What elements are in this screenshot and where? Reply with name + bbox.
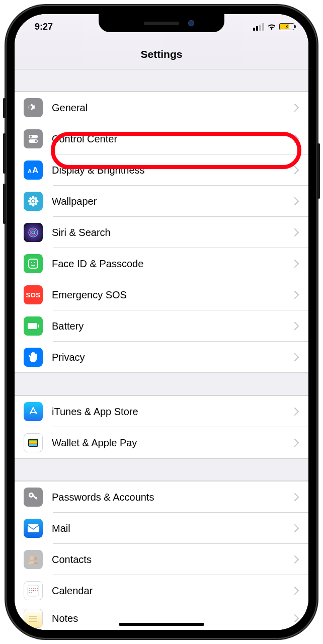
cell-emergency-sos[interactable]: SOS Emergency SOS [15,279,308,310]
svg-point-19 [31,262,32,263]
chevron-right-icon [294,260,299,268]
chevron-right-icon [294,524,299,532]
svg-point-37 [31,588,32,589]
wifi-icon [267,23,276,30]
svg-point-17 [32,231,35,234]
home-indicator[interactable] [119,623,204,626]
svg-point-1 [30,135,32,137]
svg-point-39 [35,588,36,589]
wallet-icon [24,433,43,452]
cellular-signal-icon [253,23,264,31]
cell-label: Battery [52,320,294,332]
cell-calendar[interactable]: Calendar [15,575,308,606]
svg-point-46 [29,592,30,593]
cell-control-center[interactable]: Control Center [15,123,308,154]
svg-rect-18 [29,259,38,268]
chevron-right-icon [294,614,299,622]
svg-text:A: A [32,166,38,175]
svg-point-36 [29,588,30,589]
settings-group: iTunes & App Store Wallet & Apple Pay [15,395,308,459]
svg-point-8 [32,203,35,207]
flower-icon [24,192,43,211]
chevron-right-icon [294,587,299,595]
cell-label: Calendar [52,585,294,597]
text-size-icon: AA [24,160,43,180]
cell-itunes-appstore[interactable]: iTunes & App Store [15,396,308,427]
chevron-right-icon [294,353,299,361]
svg-rect-21 [28,323,37,329]
status-time: 9:27 [35,22,53,32]
cell-label: iTunes & App Store [52,406,294,418]
group-spacer [15,373,308,395]
battery-icon [24,316,43,336]
volume-up-button [3,133,6,174]
cell-display-brightness[interactable]: AA Display & Brightness [15,154,308,186]
svg-point-3 [35,140,37,142]
chevron-right-icon [294,104,299,112]
cell-battery[interactable]: Battery [15,310,308,342]
svg-point-6 [32,200,35,203]
cell-contacts[interactable]: Contacts [15,544,308,575]
volume-down-button [3,184,6,224]
settings-group: Passwords & Accounts Mail Cont [15,481,308,630]
battery-icon: ⚡︎ [279,23,294,30]
svg-point-47 [31,592,32,593]
svg-point-7 [32,196,35,200]
cell-general[interactable]: General [15,92,308,123]
cell-label: Emergency SOS [52,289,294,301]
key-icon [24,488,43,507]
sos-icon: SOS [24,285,43,304]
chevron-right-icon [294,291,299,299]
group-spacer [15,69,308,92]
cell-mail[interactable]: Mail [15,513,308,544]
chevron-right-icon [294,197,299,205]
svg-point-9 [28,200,32,203]
cell-notes[interactable]: Notes [15,606,308,630]
svg-rect-32 [28,524,39,532]
notch [99,14,224,32]
settings-list[interactable]: General Control Center AA Dis [15,69,308,630]
cell-label: Control Center [52,133,294,145]
chevron-right-icon [294,135,299,143]
cell-siri-search[interactable]: Siri & Search [15,217,308,248]
svg-point-44 [35,590,36,591]
group-spacer [15,459,308,481]
cell-wallpaper[interactable]: Wallpaper [15,186,308,217]
notes-icon [24,609,43,628]
cell-label: Wallet & Apple Pay [52,437,294,449]
chevron-right-icon [294,228,299,236]
cell-label: Contacts [52,554,294,566]
appstore-icon [24,402,43,421]
cell-privacy[interactable]: Privacy [15,342,308,373]
siri-icon [24,223,43,242]
svg-point-43 [33,590,34,591]
hand-icon [24,348,43,367]
status-right: ⚡︎ [253,23,294,31]
mail-icon [24,519,43,538]
cell-passwords-accounts[interactable]: Passwords & Accounts [15,481,308,513]
svg-point-40 [37,588,38,589]
cell-label: Wallpaper [52,196,294,207]
chevron-right-icon [294,439,299,447]
cell-wallet-applepay[interactable]: Wallet & Apple Pay [15,427,308,458]
cell-label: General [52,102,294,114]
phone-frame: 9:27 ⚡︎ Settings [6,5,317,639]
settings-group: General Control Center AA Dis [15,92,308,373]
svg-point-33 [30,556,34,560]
cell-label: Mail [52,523,294,534]
svg-point-16 [30,229,36,235]
page-title: Settings [141,48,183,60]
front-camera [188,20,194,26]
toggles-icon [24,129,43,148]
chevron-right-icon [294,408,299,416]
chevron-right-icon [294,166,299,174]
svg-rect-22 [38,325,39,328]
cell-label: Display & Brightness [52,165,294,176]
svg-point-29 [30,494,32,496]
cell-faceid-passcode[interactable]: Face ID & Passcode [15,248,308,279]
contacts-icon [24,550,43,569]
svg-point-34 [34,557,37,560]
svg-point-45 [37,590,38,591]
gear-icon [24,98,43,117]
mute-switch [3,98,6,118]
